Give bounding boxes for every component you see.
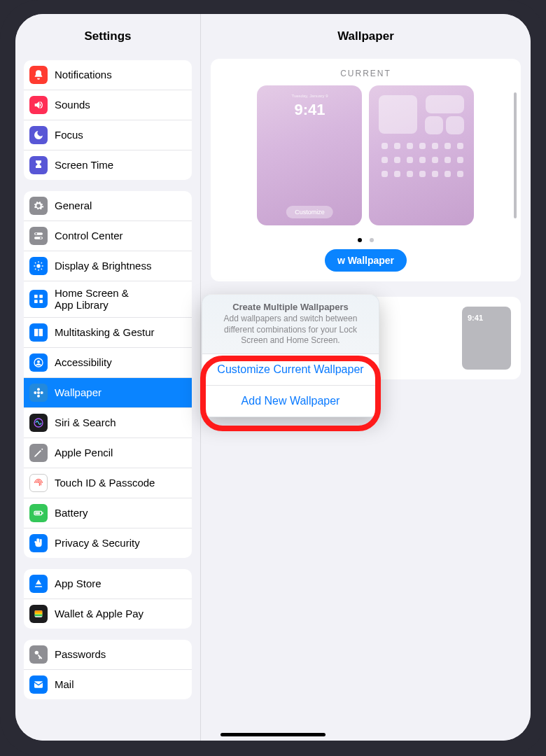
sidebar-item-battery[interactable]: Battery — [24, 498, 192, 528]
sidebar-item-label: Wallpaper — [55, 386, 102, 398]
sidebar-item-sounds[interactable]: Sounds — [24, 90, 192, 120]
svg-rect-16 — [39, 300, 43, 304]
svg-point-4 — [36, 264, 40, 267]
sidebar-item-label: Apple Pencil — [55, 447, 113, 458]
customize-lock-button[interactable]: Customize — [286, 206, 333, 218]
svg-rect-18 — [39, 328, 43, 336]
sidebar-item-label: Screen Time — [55, 159, 113, 171]
svg-rect-29 — [35, 512, 40, 514]
svg-rect-32 — [35, 612, 43, 615]
sidebar-item-homescreen[interactable]: Home Screen &App Library — [24, 281, 192, 318]
fingerprint-icon — [29, 474, 48, 492]
sidebar-group: NotificationsSoundsFocusScreen Time — [24, 60, 192, 180]
flower-icon — [29, 384, 48, 402]
sidebar-item-screentime[interactable]: Screen Time — [24, 150, 192, 180]
sidebar-item-touchid[interactable]: Touch ID & Passcode — [24, 468, 192, 498]
add-new-wallpaper-action[interactable]: Add New Wallpaper — [202, 385, 379, 416]
sidebar-item-label: App Library — [55, 299, 129, 311]
customize-current-wallpaper-action[interactable]: Customize Current Wallpaper — [202, 354, 379, 385]
sidebar-item-label: Battery — [55, 507, 88, 519]
svg-point-24 — [34, 391, 36, 394]
lock-screen-preview[interactable]: Tuesday, January 9 9:41 Customize — [257, 85, 362, 225]
svg-rect-17 — [34, 328, 38, 336]
wallet-icon — [29, 605, 48, 623]
sidebar-item-privacy[interactable]: Privacy & Security — [24, 528, 192, 558]
sidebar-item-controlcenter[interactable]: Control Center — [24, 221, 192, 251]
sidebar-item-general[interactable]: General — [24, 191, 192, 221]
sidebar-item-label: Touch ID & Passcode — [55, 477, 155, 489]
svg-point-21 — [37, 391, 40, 394]
add-new-wallpaper-button[interactable]: w Wallpaper — [325, 249, 407, 272]
sidebar-item-label: Control Center — [55, 230, 123, 241]
key-icon — [29, 645, 48, 664]
sidebar-item-label: Notifications — [55, 69, 112, 80]
svg-rect-31 — [35, 610, 43, 612]
svg-point-20 — [37, 360, 40, 363]
svg-point-25 — [41, 391, 43, 394]
sidebar-item-siri[interactable]: Siri & Search — [24, 408, 192, 438]
sidebar-item-accessibility[interactable]: Accessibility — [24, 348, 192, 378]
hourglass-icon — [29, 156, 48, 174]
sidebar-item-label: Focus — [55, 129, 83, 141]
lock-time: 9:41 — [257, 101, 362, 119]
grid-icon — [29, 290, 48, 308]
current-wallpaper-card: CURRENT Tuesday, January 9 9:41 Customiz… — [211, 59, 521, 281]
sidebar-item-label: Wallet & Apple Pay — [55, 608, 144, 620]
home-widget-grid — [376, 92, 467, 218]
hand-icon — [29, 534, 48, 552]
sidebar-title: Settings — [15, 14, 200, 53]
sidebar-item-label: Display & Brightness — [55, 260, 151, 272]
svg-rect-15 — [34, 300, 38, 304]
settings-sidebar: Settings NotificationsSoundsFocusScreen … — [15, 14, 201, 741]
svg-point-34 — [35, 650, 38, 654]
sidebar-item-passwords[interactable]: Passwords — [24, 640, 192, 670]
home-indicator[interactable] — [220, 733, 326, 736]
siri-icon — [29, 414, 48, 432]
svg-rect-28 — [42, 512, 43, 514]
home-screen-preview[interactable] — [369, 85, 474, 225]
svg-point-23 — [37, 394, 40, 397]
create-wallpapers-popover: Create Multiple Wallpapers Add wallpaper… — [202, 294, 379, 417]
popover-description: Add wallpapers and switch between differ… — [202, 314, 379, 354]
switches-icon — [29, 227, 48, 245]
sun-icon — [29, 257, 48, 275]
sidebar-item-label: Home Screen & — [55, 287, 129, 299]
sidebar-group: App StoreWallet & Apple Pay — [24, 569, 192, 629]
svg-line-11 — [35, 269, 36, 270]
sidebar-item-wallpaper[interactable]: Wallpaper — [24, 378, 192, 408]
svg-rect-33 — [35, 614, 43, 616]
preview-scrollbar[interactable] — [514, 92, 517, 218]
mail-icon — [29, 676, 48, 694]
sidebar-item-appstore[interactable]: App Store — [24, 569, 192, 599]
sidebar-item-mail[interactable]: Mail — [24, 670, 192, 699]
wallpaper-pager[interactable] — [220, 232, 511, 245]
sidebar-item-label: Accessibility — [55, 356, 112, 368]
sidebar-list[interactable]: NotificationsSoundsFocusScreen TimeGener… — [15, 53, 200, 741]
pager-dot-2[interactable] — [370, 238, 374, 242]
sidebar-item-label: Privacy & Security — [55, 537, 140, 549]
sidebar-item-focus[interactable]: Focus — [24, 120, 192, 150]
pencil-icon — [29, 444, 48, 462]
sidebar-item-label: Mail — [55, 678, 74, 690]
sidebar-item-label: General — [55, 200, 92, 211]
sidebar-item-notifications[interactable]: Notifications — [24, 60, 192, 90]
pager-dot-1[interactable] — [358, 238, 362, 242]
sidebar-group: PasswordsMail — [24, 640, 192, 699]
sidebar-item-display[interactable]: Display & Brightness — [24, 251, 192, 281]
sidebar-item-pencil[interactable]: Apple Pencil — [24, 438, 192, 468]
lock-date: Tuesday, January 9 — [257, 94, 362, 98]
svg-point-22 — [37, 388, 40, 391]
sidebar-group: GeneralControl CenterDisplay & Brightnes… — [24, 191, 192, 558]
sidebar-item-label: Passwords — [55, 648, 106, 660]
sidebar-item-multitask[interactable]: Multitasking & Gestur — [24, 318, 192, 348]
person-icon — [29, 354, 48, 372]
speaker-icon — [29, 96, 48, 114]
bell-icon — [29, 66, 48, 84]
screen: Settings NotificationsSoundsFocusScreen … — [15, 14, 531, 741]
sidebar-item-label: App Store — [55, 578, 102, 589]
sidebar-item-wallet[interactable]: Wallet & Apple Pay — [24, 599, 192, 629]
popover-title: Create Multiple Wallpapers — [202, 295, 379, 314]
appstore-icon — [29, 575, 48, 593]
sidebar-item-label: Multitasking & Gestur — [55, 326, 155, 338]
battery-icon — [29, 504, 48, 522]
